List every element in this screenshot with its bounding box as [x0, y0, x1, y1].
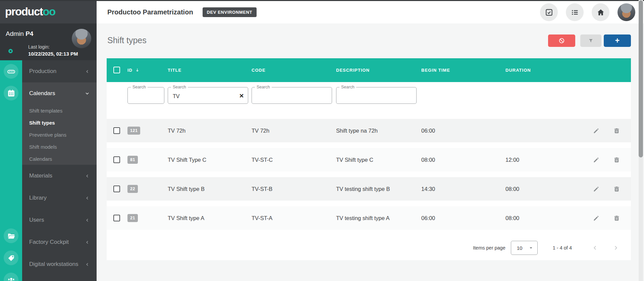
sidebar-item-label: Digital workstations [29, 261, 78, 268]
search-label: Search [255, 85, 272, 89]
row-checkbox[interactable] [113, 156, 120, 163]
user-avatar[interactable] [72, 29, 91, 48]
search-label: Search [339, 85, 356, 89]
pencil-icon [593, 156, 600, 163]
items-per-page-label: Items per page [473, 245, 505, 251]
add-button[interactable]: + [604, 34, 631, 47]
previous-page-button[interactable] [589, 242, 601, 254]
column-header-description[interactable]: DESCRIPTION [336, 68, 421, 73]
row-checkbox[interactable] [113, 127, 120, 134]
calendars-section: Calendars Shift templates Shift types Pr… [22, 82, 97, 165]
caret-down-icon [528, 245, 534, 251]
clear-search-icon[interactable]: ✕ [237, 91, 246, 100]
sidebar-item-library[interactable]: Library [22, 187, 97, 209]
page-size-select[interactable]: 10 [511, 241, 538, 255]
search-label: Search [131, 85, 148, 89]
calendar-icon[interactable] [4, 86, 18, 100]
scrollbar-thumb[interactable] [639, 0, 643, 157]
sidebar-item-label: Materials [29, 172, 52, 179]
users-icon[interactable] [4, 273, 18, 281]
row-checkbox[interactable] [113, 186, 120, 192]
edit-button[interactable] [593, 127, 600, 134]
pencil-icon [593, 127, 600, 134]
chevron-left-icon [85, 262, 90, 267]
home-button[interactable] [592, 3, 609, 21]
bulleted-list-icon [571, 8, 579, 17]
sidebar-item-materials[interactable]: Materials [22, 165, 97, 187]
folder-icon[interactable] [4, 228, 18, 243]
sidebar-subitem-calendars[interactable]: Calendars [22, 153, 97, 165]
next-page-button[interactable] [610, 242, 622, 254]
sidebar-item-label: Factory Cockpit [29, 239, 69, 245]
trash-icon [613, 186, 620, 193]
edit-button[interactable] [593, 186, 600, 193]
search-input-title[interactable] [168, 87, 248, 103]
status-ring-icon [8, 49, 13, 53]
chevron-left-icon [85, 218, 90, 223]
search-input-id[interactable] [128, 87, 164, 103]
sidebar-subitem-shift-templates[interactable]: Shift templates [22, 104, 97, 117]
column-label: ID [127, 68, 132, 73]
cell-begin-time: 06:00 [421, 128, 505, 134]
row-checkbox[interactable] [113, 215, 120, 221]
sidebar-menu: Production Calendars Shift templates Shi… [22, 60, 97, 281]
cell-duration: 12:00 [505, 157, 590, 163]
checkbox-check-icon [545, 8, 553, 17]
sidebar-item-factory-cockpit[interactable]: Factory Cockpit [22, 231, 97, 253]
productoo-logo[interactable]: productoo [5, 5, 55, 18]
deactivate-button[interactable] [548, 34, 575, 47]
chevron-left-icon [85, 69, 90, 74]
tasks-checkbox-button[interactable] [540, 3, 558, 21]
sidebar-item-digital-workstations[interactable]: Digital workstations [22, 253, 97, 275]
delete-button[interactable] [613, 156, 620, 163]
user-name: Admin P4 [6, 30, 33, 38]
delete-button[interactable] [613, 215, 620, 222]
chevron-down-icon [85, 91, 90, 96]
sidebar-item-label: Library [29, 195, 47, 201]
edit-button[interactable] [593, 156, 600, 163]
column-header-id[interactable]: ID [127, 68, 168, 73]
sidebar-subitem-shift-types[interactable]: Shift types [22, 117, 97, 129]
environment-badge: DEV ENVIRONMENT [203, 7, 257, 17]
search-input-description[interactable] [336, 87, 416, 103]
sidebar-subitem-preventive-plans[interactable]: Preventive plans [22, 129, 97, 141]
trash-icon [613, 127, 620, 134]
column-header-title[interactable]: TITLE [168, 68, 252, 73]
table-row: 21 TV Shift type A TV-ST-A TV testing sh… [107, 206, 631, 230]
delete-button[interactable] [613, 186, 620, 193]
pencil-icon [593, 215, 600, 222]
cell-description: TV testing shift type B [336, 186, 421, 192]
conveyor-icon[interactable] [4, 64, 18, 79]
column-header-duration[interactable]: DURATION [505, 68, 590, 73]
column-header-begin-time[interactable]: BEGIN TIME [421, 68, 505, 73]
column-header-code[interactable]: CODE [252, 68, 336, 73]
page-title: Shift types [107, 36, 147, 45]
shift-types-table: ID TITLE CODE DESCRIPTION BEGIN TIME DUR… [107, 58, 631, 260]
tag-icon[interactable] [4, 251, 18, 265]
header-avatar[interactable] [618, 3, 635, 21]
sidebar: productoo Admin P4 Last login: 10/22/202… [0, 0, 97, 281]
search-field-title: Search ✕ [168, 87, 248, 104]
chevron-left-icon [85, 240, 90, 245]
cell-code: TV-ST-A [252, 215, 336, 221]
filter-button[interactable] [580, 34, 601, 47]
list-menu-button[interactable] [566, 3, 584, 21]
search-input-code[interactable] [252, 87, 332, 103]
sidebar-item-production[interactable]: Production [22, 60, 97, 82]
search-label: Search [171, 85, 188, 89]
scrollbar-track[interactable] [639, 0, 643, 281]
select-all-checkbox[interactable] [113, 67, 120, 73]
sidebar-item-label: Calendars [29, 90, 55, 97]
page-actions: + [548, 34, 631, 47]
sidebar-item-users[interactable]: Users [22, 209, 97, 231]
edit-button[interactable] [593, 215, 600, 222]
id-badge: 21 [127, 214, 138, 222]
sidebar-item-calendars[interactable]: Calendars [22, 82, 97, 104]
table-paginator: Items per page 10 1 - 4 of 4 [107, 235, 631, 260]
icon-rail [0, 60, 22, 281]
column-label: BEGIN TIME [421, 68, 450, 73]
search-field-id: Search [127, 87, 164, 104]
delete-button[interactable] [613, 127, 620, 134]
sidebar-subitem-shift-models[interactable]: Shift models [22, 141, 97, 153]
cell-duration: 08:00 [505, 215, 590, 221]
